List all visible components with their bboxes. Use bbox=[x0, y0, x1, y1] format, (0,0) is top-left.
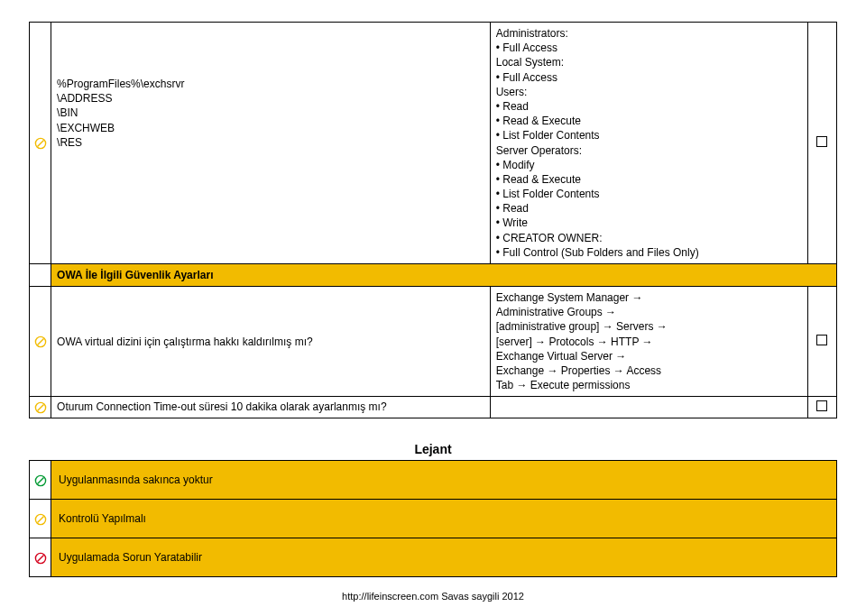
line-item: • Read bbox=[496, 201, 802, 216]
line-item: • CREATOR OWNER: bbox=[496, 231, 802, 245]
severity-icon-cell bbox=[30, 397, 51, 418]
line-item: Server Operators: bbox=[496, 143, 802, 158]
legend-table: Uygulanmasında sakınca yoktur Kontrolü Y… bbox=[29, 460, 837, 577]
svg-line-9 bbox=[37, 516, 43, 522]
timeout-question-cell: Oturum Connection Time-out süresi 10 dak… bbox=[51, 397, 491, 418]
line-item: Exchange System Manager → bbox=[496, 290, 802, 305]
line-item: • List Folder Contents bbox=[496, 128, 802, 143]
line-item: • Full Access bbox=[496, 41, 802, 55]
legend-row-check: Kontrolü Yapılmalı bbox=[30, 500, 837, 538]
checkbox-icon[interactable] bbox=[816, 335, 827, 345]
line-item: %ProgramFiles%\exchsrvr bbox=[57, 77, 484, 91]
line-item: • Modify bbox=[496, 158, 802, 172]
severity-icon-cell bbox=[30, 287, 51, 397]
line-item: Exchange → Properties → Access bbox=[496, 363, 802, 378]
line-item: Tab → Execute permissions bbox=[496, 378, 802, 392]
line-item: \RES bbox=[57, 135, 484, 150]
severity-icon-cell bbox=[30, 23, 51, 264]
line-item: • Full Control (Sub Folders and Files On… bbox=[496, 245, 802, 260]
path-permissions-row: %ProgramFiles%\exchsrvr\ADDRESS\BIN\EXCH… bbox=[30, 23, 837, 264]
no-entry-icon bbox=[34, 137, 47, 150]
no-entry-icon bbox=[34, 552, 47, 565]
legend: Lejant Uygulanmasında sakınca yoktur Kon… bbox=[29, 442, 837, 577]
svg-line-7 bbox=[37, 477, 43, 483]
empty-mid-cell bbox=[490, 397, 807, 418]
legend-row-safe: Uygulanmasında sakınca yoktur bbox=[30, 461, 837, 500]
timeout-row: Oturum Connection Time-out süresi 10 dak… bbox=[30, 397, 837, 418]
checkbox-icon[interactable] bbox=[816, 136, 827, 147]
owa-virtual-row: OWA virtual dizini için çalıştırma hakkı… bbox=[30, 287, 837, 397]
no-entry-icon bbox=[34, 401, 47, 414]
line-item: Local System: bbox=[496, 55, 802, 69]
checkbox-cell bbox=[807, 287, 836, 397]
legend-icon-cell bbox=[30, 538, 51, 577]
line-item: • Write bbox=[496, 216, 802, 230]
owa-section-header-row: OWA İle İlgili Güvenlik Ayarları bbox=[30, 264, 837, 287]
empty-icon-cell bbox=[30, 264, 51, 287]
line-item: • Read & Execute bbox=[496, 114, 802, 128]
legend-text: Kontrolü Yapılmalı bbox=[51, 500, 837, 538]
line-item: Exchange Virtual Server → bbox=[496, 349, 802, 363]
legend-icon-cell bbox=[30, 500, 51, 538]
line-item: • Read & Execute bbox=[496, 172, 802, 187]
checkbox-cell bbox=[807, 23, 836, 264]
owa-question-cell: OWA virtual dizini için çalıştırma hakkı… bbox=[51, 287, 491, 397]
security-table: %ProgramFiles%\exchsrvr\ADDRESS\BIN\EXCH… bbox=[29, 22, 837, 418]
checkbox-cell bbox=[807, 397, 836, 418]
svg-line-11 bbox=[37, 555, 43, 561]
legend-title: Lejant bbox=[29, 442, 837, 456]
legend-row-problem: Uygulamada Sorun Yaratabilir bbox=[30, 538, 837, 577]
line-item: [server] → Protocols → HTTP → bbox=[496, 335, 802, 349]
svg-line-3 bbox=[37, 339, 43, 345]
no-entry-icon bbox=[34, 513, 47, 526]
permissions-cell: Administrators:• Full AccessLocal System… bbox=[490, 23, 807, 264]
footer-text: http://lifeinscreen.com Savas saygili 20… bbox=[0, 591, 866, 602]
line-item: Administrative Groups → bbox=[496, 305, 802, 319]
line-item: Administrators: bbox=[496, 26, 802, 41]
line-item: \EXCHWEB bbox=[57, 121, 484, 135]
no-entry-icon bbox=[34, 474, 47, 487]
line-item: Users: bbox=[496, 85, 802, 99]
line-item: [administrative group] → Servers → bbox=[496, 319, 802, 334]
svg-line-5 bbox=[37, 405, 43, 411]
line-item: • Full Access bbox=[496, 70, 802, 85]
legend-text: Uygulamada Sorun Yaratabilir bbox=[51, 538, 837, 577]
legend-text: Uygulanmasında sakınca yoktur bbox=[51, 461, 837, 500]
paths-cell: %ProgramFiles%\exchsrvr\ADDRESS\BIN\EXCH… bbox=[51, 23, 491, 264]
owa-path-cell: Exchange System Manager →Administrative … bbox=[490, 287, 807, 397]
line-item: \ADDRESS bbox=[57, 91, 484, 106]
line-item: • List Folder Contents bbox=[496, 187, 802, 201]
legend-icon-cell bbox=[30, 461, 51, 500]
no-entry-icon bbox=[34, 336, 47, 348]
line-item: • Read bbox=[496, 99, 802, 114]
line-item: \BIN bbox=[57, 106, 484, 120]
checkbox-icon[interactable] bbox=[816, 400, 827, 411]
owa-section-header: OWA İle İlgili Güvenlik Ayarları bbox=[51, 264, 837, 287]
svg-line-1 bbox=[37, 140, 43, 146]
